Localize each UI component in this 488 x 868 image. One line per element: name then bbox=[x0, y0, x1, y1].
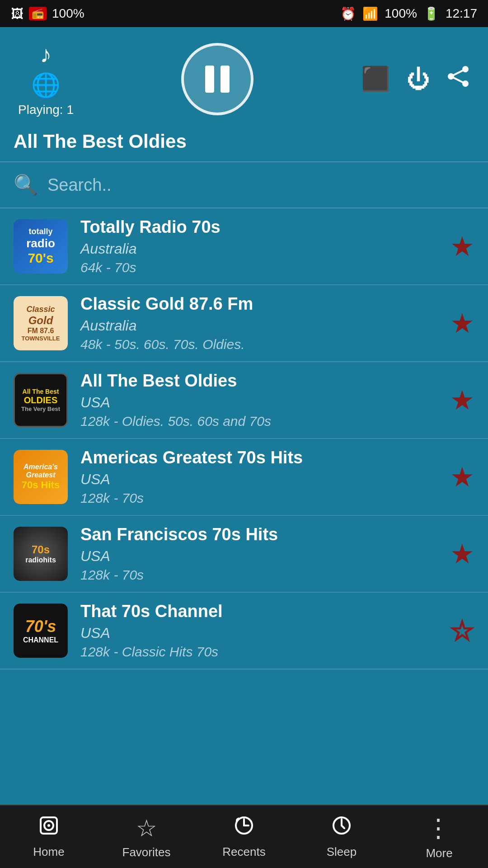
favorite-star[interactable]: ★ bbox=[450, 538, 474, 570]
station-logo-sf70s: 70s radiohits bbox=[14, 527, 68, 581]
station-item[interactable]: All The Best OLDIES The Very Best All Th… bbox=[0, 362, 488, 439]
battery-icon: 🔋 bbox=[423, 6, 439, 21]
pause-icon bbox=[205, 66, 230, 93]
nav-item-recents[interactable]: Recents bbox=[195, 815, 293, 859]
music-icon[interactable]: ♪ bbox=[40, 41, 52, 68]
station-name: That 70s Channel bbox=[80, 602, 441, 621]
station-item[interactable]: 70's CHANNEL That 70s Channel USA 128k -… bbox=[0, 593, 488, 670]
search-bar: 🔍 bbox=[0, 162, 488, 208]
station-item[interactable]: America's Greatest 70s Hits Americas Gre… bbox=[0, 439, 488, 516]
station-country: Australia bbox=[80, 317, 441, 334]
station-meta: 64k - 70s bbox=[80, 260, 441, 275]
bottom-nav: Home ☆ Favorites Recents Sleep ⋮ More bbox=[0, 805, 488, 868]
station-country: USA bbox=[80, 471, 441, 488]
station-meta: 128k - Oldies. 50s. 60s and 70s bbox=[80, 414, 441, 429]
station-info: Classic Gold 87.6 Fm Australia 48k - 50s… bbox=[80, 294, 441, 352]
player-left-controls: ♪ 🌐 Playing: 1 bbox=[18, 41, 74, 117]
status-right: ⏰ 📶 100% 🔋 12:17 bbox=[340, 6, 477, 21]
notification-count: 100% bbox=[52, 6, 84, 21]
station-meta: 128k - Classic Hits 70s bbox=[80, 644, 441, 660]
station-name: Classic Gold 87.6 Fm bbox=[80, 294, 441, 314]
station-info: That 70s Channel USA 128k - Classic Hits… bbox=[80, 602, 441, 660]
now-playing-title: All The Best Oldies bbox=[14, 131, 474, 152]
favorites-icon: ☆ bbox=[136, 815, 157, 842]
station-meta: 48k - 50s. 60s. 70s. Oldies. bbox=[80, 337, 441, 352]
station-country: USA bbox=[80, 625, 441, 642]
favorite-star[interactable]: ★ bbox=[450, 231, 474, 262]
station-logo-classicgold: Classic Gold FM 87.6 TOWNSVILLE bbox=[14, 296, 68, 350]
station-logo-that70s: 70's CHANNEL bbox=[14, 604, 68, 658]
player-center bbox=[181, 43, 253, 115]
favorite-star[interactable]: ★ bbox=[450, 384, 474, 416]
search-icon: 🔍 bbox=[14, 173, 38, 197]
station-country: Australia bbox=[80, 241, 441, 257]
stop-button[interactable]: ⬛ bbox=[361, 65, 390, 93]
more-icon: ⋮ bbox=[426, 813, 453, 843]
nav-item-home[interactable]: Home bbox=[0, 815, 98, 859]
nav-label-recents: Recents bbox=[222, 845, 265, 859]
app-icon: 📻 bbox=[29, 7, 47, 20]
station-meta: 128k - 70s bbox=[80, 567, 441, 583]
nav-label-more: More bbox=[426, 846, 452, 860]
time-display: 12:17 bbox=[446, 6, 477, 21]
station-info: All The Best Oldies USA 128k - Oldies. 5… bbox=[80, 371, 441, 429]
station-info: Americas Greatest 70s Hits USA 128k - 70… bbox=[80, 448, 441, 506]
svg-line-4 bbox=[451, 76, 465, 84]
nav-label-home: Home bbox=[33, 845, 64, 859]
home-icon bbox=[38, 815, 60, 841]
pause-bar-left bbox=[205, 66, 214, 93]
globe-icon[interactable]: 🌐 bbox=[31, 71, 61, 99]
nav-label-favorites: Favorites bbox=[122, 845, 171, 859]
station-info: Totally Radio 70s Australia 64k - 70s bbox=[80, 217, 441, 275]
battery-label: 100% bbox=[385, 6, 417, 21]
main-content: ♪ 🌐 Playing: 1 ⬛ ⏻ bbox=[0, 27, 488, 805]
power-button[interactable]: ⏻ bbox=[407, 66, 430, 93]
player-header: ♪ 🌐 Playing: 1 ⬛ ⏻ bbox=[0, 27, 488, 126]
station-name: Americas Greatest 70s Hits bbox=[80, 448, 441, 467]
station-logo-americas: America's Greatest 70s Hits bbox=[14, 450, 68, 504]
pause-bar-right bbox=[221, 66, 230, 93]
nav-item-sleep[interactable]: Sleep bbox=[293, 815, 390, 859]
status-left: 🖼 📻 100% bbox=[11, 6, 84, 21]
favorite-star[interactable]: ★ bbox=[450, 307, 474, 339]
favorite-star[interactable]: ★ bbox=[450, 461, 474, 493]
svg-point-7 bbox=[47, 824, 50, 827]
favorite-star[interactable]: ☆ bbox=[450, 615, 474, 646]
station-item[interactable]: Classic Gold FM 87.6 TOWNSVILLE Classic … bbox=[0, 285, 488, 362]
station-name: All The Best Oldies bbox=[80, 371, 441, 391]
alarm-icon: ⏰ bbox=[340, 6, 356, 21]
player-right-controls: ⬛ ⏻ bbox=[361, 65, 470, 94]
station-name: San Franciscos 70s Hits bbox=[80, 525, 441, 544]
status-bar: 🖼 📻 100% ⏰ 📶 100% 🔋 12:17 bbox=[0, 0, 488, 27]
station-country: USA bbox=[80, 394, 441, 411]
station-meta: 128k - 70s bbox=[80, 491, 441, 506]
recents-icon bbox=[233, 815, 255, 841]
photo-icon: 🖼 bbox=[11, 6, 23, 21]
nav-item-favorites[interactable]: ☆ Favorites bbox=[98, 815, 195, 859]
nav-item-more[interactable]: ⋮ More bbox=[390, 813, 488, 860]
svg-line-13 bbox=[342, 826, 344, 828]
svg-line-3 bbox=[451, 69, 465, 76]
station-list: totally radio 70's Totally Radio 70s Aus… bbox=[0, 208, 488, 805]
pause-button[interactable] bbox=[181, 43, 253, 115]
share-button[interactable] bbox=[446, 65, 470, 94]
station-item[interactable]: 70s radiohits San Franciscos 70s Hits US… bbox=[0, 516, 488, 593]
playing-label: Playing: 1 bbox=[18, 103, 74, 117]
nav-label-sleep: Sleep bbox=[327, 845, 357, 859]
station-info: San Franciscos 70s Hits USA 128k - 70s bbox=[80, 525, 441, 583]
wifi-icon: 📶 bbox=[362, 6, 378, 21]
station-logo-totally70s: totally radio 70's bbox=[14, 219, 68, 274]
station-item[interactable]: totally radio 70's Totally Radio 70s Aus… bbox=[0, 208, 488, 285]
now-playing-section: All The Best Oldies bbox=[0, 126, 488, 162]
station-country: USA bbox=[80, 548, 441, 565]
search-input[interactable] bbox=[47, 175, 474, 195]
station-name: Totally Radio 70s bbox=[80, 217, 441, 237]
sleep-icon bbox=[331, 815, 352, 841]
station-logo-allbest: All The Best OLDIES The Very Best bbox=[14, 373, 68, 427]
